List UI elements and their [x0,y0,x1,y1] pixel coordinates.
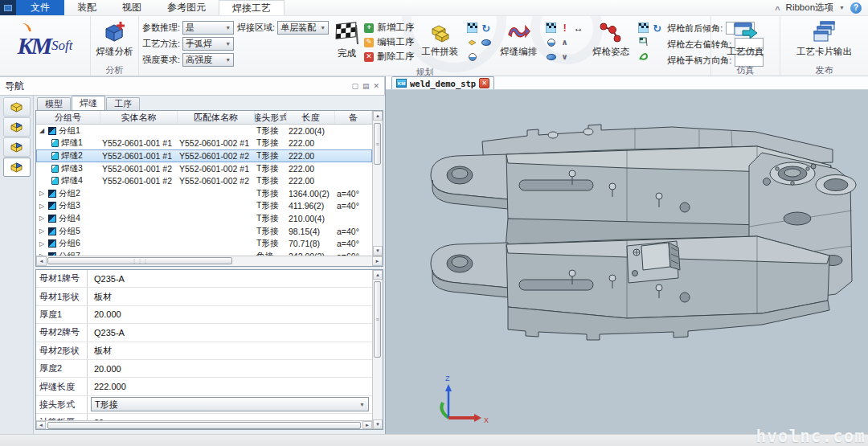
joint-type-select[interactable]: T形接▼ [91,397,369,411]
tab-焊缝[interactable]: 焊缝 [72,96,105,110]
param-select[interactable]: 高强度▼ [182,53,234,67]
col-header-length[interactable]: 长度 [287,111,335,124]
op-button-删除工序[interactable]: ✕删除工序 [364,51,414,63]
mini-circle-icon[interactable] [469,53,477,61]
weld-region-select[interactable]: 单层装配▼ [277,21,329,35]
scroll-right-icon[interactable]: ► [362,421,372,429]
part-assembly-button[interactable]: 工件拼装 [417,18,462,59]
menu-tab-参考图元[interactable]: 参考图元 [154,0,219,15]
mini-checker-icon[interactable] [546,23,556,35]
property-row[interactable]: 计算板厚20 [36,414,372,420]
weld-arrange-button[interactable]: 焊缝编排 [496,18,541,59]
property-hscrollbar[interactable]: ◄ ► [36,420,372,429]
property-row[interactable]: 母材1牌号Q235-A [36,270,372,288]
property-row[interactable]: 厚度220.000 [36,360,372,378]
rotate-icon[interactable]: ↻ [653,23,661,34]
op-button-编辑工序[interactable]: ✎编辑工序 [364,36,414,48]
table-row[interactable]: ▷分组7角接242.00(2)a=60° [36,250,372,256]
measure-icon[interactable]: ↔ [574,23,583,33]
table-row[interactable]: 焊缝2Y552-0601-001 #1Y552-0601-002 #2T形接22… [36,149,372,162]
tree-arrow-icon[interactable]: ▷ [38,227,46,235]
tree-arrow-icon[interactable]: ▷ [38,215,46,222]
scroll-down-icon[interactable]: ▼ [373,419,383,429]
col-header-joint[interactable]: 接头形式 [255,111,287,124]
mini-ellipse-icon[interactable] [481,39,491,46]
move-down-icon[interactable]: ∨ [562,53,568,61]
param-select[interactable]: 是▼ [182,21,234,35]
ribbon-options-button[interactable]: Ribbon选项 [786,2,833,14]
sidebar-model-button-1[interactable] [3,117,31,137]
sidebar-model-button-2[interactable] [3,137,31,157]
finish-button[interactable]: 完成 [332,18,361,61]
col-header-entity[interactable]: 实体名称 [100,111,178,124]
scroll-left-icon[interactable]: ◄ [36,421,46,429]
select-arrow-icon[interactable]: ▼ [225,57,231,63]
nav-panel-control-icon-2[interactable]: ✕ [373,82,379,90]
property-row[interactable]: 母材2牌号Q235-A [36,324,372,342]
table-row[interactable]: 焊缝3Y552-0601-001 #2Y552-0601-002 #1T形接22… [36,162,372,175]
select-arrow-icon[interactable]: ▼ [359,402,365,407]
nav-panel-control-icon-1[interactable]: ▤ [362,82,370,90]
tree-arrow-icon[interactable]: ▷ [38,240,46,248]
table-row[interactable]: ▷分组6T形接70.71(8)a=40° [36,237,372,250]
weld-table-vscrollbar[interactable]: ▲ ≡ ▼ [372,111,383,256]
help-icon[interactable]: ? [850,2,862,14]
mini-checker-icon[interactable] [467,23,477,35]
nav-panel-control-icon-0[interactable]: ▢ [351,82,358,90]
tree-arrow-icon[interactable]: ▷ [38,190,46,197]
op-button-新增工序[interactable]: +新增工序 [364,22,414,34]
warning-icon[interactable]: ! [563,23,567,33]
property-row[interactable]: 母材1形状板材 [36,288,372,305]
3d-viewport[interactable]: Z X [386,90,868,434]
sidebar-model-button-0[interactable] [3,97,31,117]
window-icon[interactable] [0,0,16,15]
property-row[interactable]: 接头形式T形接▼ [36,396,372,414]
property-vscrollbar[interactable]: ▲ ≡ ▼ [372,270,383,429]
table-row[interactable]: ◢分组1T形接222.00(4) [36,125,372,137]
menu-tab-视图[interactable]: 视图 [109,0,154,15]
ribbon-options-arrow-icon[interactable]: ▼ [839,5,845,10]
table-row[interactable]: ▷分组3T形接411.96(2)a=40° [36,200,372,213]
param-select[interactable]: 手弧焊▼ [182,37,234,51]
scroll-right-icon[interactable]: ► [372,256,383,266]
tree-arrow-icon[interactable]: ▷ [38,203,46,210]
mini-circle-icon[interactable] [547,39,555,47]
vscroll-thumb[interactable]: ≡ [374,123,381,165]
collapse-ribbon-icon[interactable]: ^ [775,5,780,14]
menu-tab-装配[interactable]: 装配 [64,0,109,15]
weld-analysis-button[interactable]: 焊缝分析 [92,18,137,59]
tab-工序[interactable]: 工序 [106,97,140,110]
scroll-up-icon[interactable]: ▲ [373,270,383,280]
mini-checker-icon[interactable] [638,23,649,35]
mini-hose-icon[interactable] [638,51,649,63]
scroll-left-icon[interactable]: ◄ [36,256,47,266]
document-tab[interactable]: KM weld_demo_stp ✕ [391,76,494,89]
table-row[interactable]: ▷分组2T形接1364.00(2)a=40° [36,187,372,200]
property-row[interactable]: 厚度120.000 [36,306,372,324]
sidebar-model-button-3[interactable] [3,158,31,177]
hscroll-thumb[interactable]: ⋮⋮⋮ [47,257,232,264]
table-row[interactable]: ▷分组4T形接210.00(4) [36,212,372,225]
table-row[interactable]: 焊缝4Y552-0601-001 #2Y552-0601-002 #2T形接22… [36,174,372,187]
move-up-icon[interactable]: ∧ [562,39,568,47]
property-row[interactable]: 母材2形状板材 [36,342,372,360]
menu-tab-焊接工艺[interactable]: 焊接工艺 [219,0,285,15]
mini-ellipse-icon[interactable] [547,54,556,60]
process-simulation-button[interactable]: 工艺仿真 [723,18,768,59]
mini-part-icon[interactable] [467,38,477,48]
vscroll-thumb[interactable]: ≡ [374,281,381,358]
hscroll-thumb[interactable] [47,422,361,429]
col-header-group[interactable]: 分组号 [36,111,100,124]
menu-tab-文件[interactable]: 文件 [16,0,64,15]
scroll-down-icon[interactable]: ▼ [373,246,383,256]
scroll-up-icon[interactable]: ▲ [373,111,383,121]
select-arrow-icon[interactable]: ▼ [225,41,231,47]
col-header-note[interactable]: 备 [335,111,372,124]
rotate-icon[interactable]: ↻ [481,23,490,34]
mini-flag-icon[interactable] [639,37,649,48]
table-row[interactable]: 焊缝1Y552-0601-001 #1Y552-0601-002 #1T形接22… [36,137,372,150]
process-card-output-button[interactable]: 工艺卡片输出 [792,18,856,59]
table-row[interactable]: ▷分组5T形接98.15(4)a=40° [36,225,372,238]
tree-arrow-icon[interactable]: ◢ [38,127,46,134]
col-header-match[interactable]: 匹配体名称 [178,111,255,124]
